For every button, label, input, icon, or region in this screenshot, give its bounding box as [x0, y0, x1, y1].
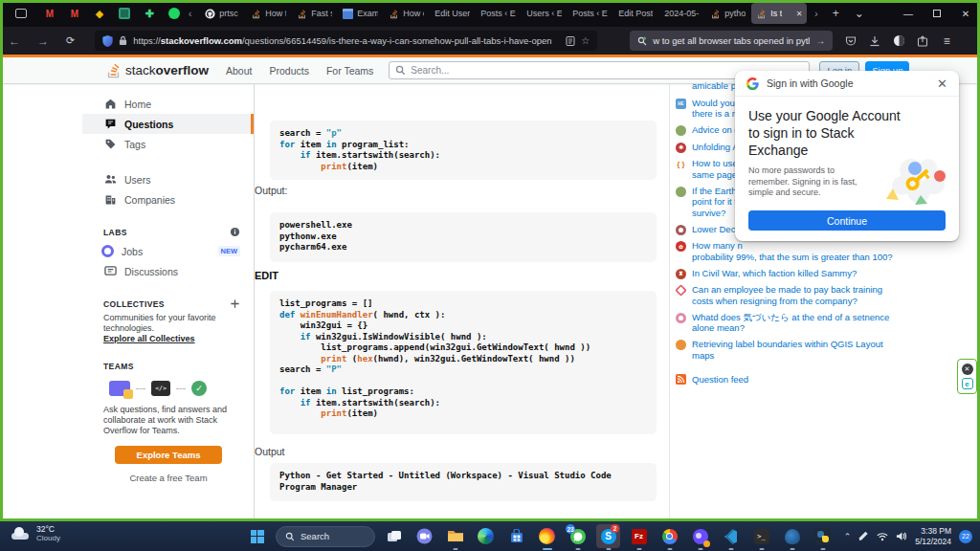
sidebar-item-home[interactable]: Home — [82, 94, 254, 114]
create-team-link[interactable]: Create a free Team — [82, 473, 255, 483]
close-icon[interactable]: ✕ — [937, 77, 947, 91]
browser-tab[interactable]: Exam — [338, 3, 383, 24]
url-text: https://stackoverflow.com/questions/6651… — [133, 35, 560, 46]
explore-collectives-link[interactable]: Explore all Collectives — [103, 334, 195, 343]
task-view-icon[interactable] — [382, 524, 406, 548]
url-bar[interactable]: https://stackoverflow.com/questions/6651… — [95, 31, 597, 51]
maximize-button[interactable] — [923, 0, 951, 27]
browser-tab[interactable]: How c — [384, 3, 429, 24]
scroll-tabs-left-icon[interactable]: ‹ — [182, 9, 198, 19]
browser-tab[interactable]: Posts ‹ Em — [568, 3, 612, 24]
browser-tab[interactable]: How t — [246, 3, 291, 24]
insomnia-app-icon[interactable] — [688, 524, 712, 548]
clock[interactable]: 3:38 PM 5/12/2024 — [915, 526, 951, 546]
tracking-shield-icon[interactable] — [102, 35, 113, 47]
browser-tab[interactable]: Is t✕ — [751, 3, 807, 24]
downloads-icon[interactable] — [866, 33, 883, 50]
start-button[interactable] — [245, 524, 269, 548]
add-collective-icon[interactable] — [230, 298, 240, 309]
wifi-icon[interactable] — [877, 532, 888, 541]
key-illustration — [879, 155, 949, 212]
filezilla-icon[interactable]: Fz — [627, 524, 651, 548]
weather-widget[interactable]: 32°C Cloudy — [10, 524, 60, 542]
show-hidden-icons-chevron[interactable]: ⌃ — [844, 532, 852, 541]
notification-count-badge[interactable]: 22 — [959, 530, 972, 543]
hot-question-link[interactable]: Can an employee be made to pay back trai… — [676, 284, 969, 306]
sidebar-item-discussions[interactable]: Discussions — [82, 261, 254, 281]
reload-button[interactable]: ⟳ — [57, 34, 83, 47]
microsoft-store-icon[interactable] — [504, 524, 528, 548]
bookmark-star-icon[interactable]: ☆ — [581, 35, 590, 46]
sidebar-item-users[interactable]: Users — [82, 169, 254, 189]
sidebar-item-questions[interactable]: Questions — [82, 114, 254, 134]
gmail-pinned-tab-icon[interactable]: M — [67, 6, 82, 21]
tab-close-icon[interactable]: ✕ — [796, 10, 803, 18]
pocket-icon[interactable] — [842, 33, 859, 50]
header-nav-products[interactable]: Products — [269, 65, 308, 77]
dark-reader-icon[interactable] — [890, 33, 907, 50]
hot-question-link[interactable]: ✿How many nprobability 99%, that the sum… — [676, 240, 969, 262]
hot-question-link[interactable]: Whatd does 気づいたら at the end of a setnenc… — [676, 312, 969, 334]
new-tab-button[interactable]: + — [825, 7, 847, 20]
spotify-pinned-tab-icon[interactable] — [167, 6, 182, 21]
tab-strip: prtscHow tFast sExamHow cEdit User APost… — [200, 0, 808, 27]
whatsapp-icon[interactable]: 23 — [566, 524, 590, 548]
minimize-button[interactable]: — — [894, 0, 923, 27]
hot-question-link[interactable]: ♜In Civil War, which faction killed Samm… — [676, 268, 969, 279]
close-icon[interactable]: ✕ — [962, 364, 973, 375]
stackoverflow-logo[interactable]: stackoverflow — [105, 61, 209, 79]
header-nav-about[interactable]: About — [226, 65, 252, 77]
back-button[interactable]: ← — [0, 34, 29, 48]
taskbar-search[interactable]: Search — [276, 526, 375, 547]
explore-teams-button[interactable]: Explore Teams — [115, 446, 222, 464]
reader-mode-icon[interactable] — [566, 36, 575, 46]
gmail-pinned-tab-icon[interactable]: M — [42, 6, 57, 21]
time-text: 3:38 PM — [915, 526, 951, 537]
browser-tab[interactable]: pytho — [705, 3, 750, 24]
hot-question-link[interactable]: Retrieving label boundaries within QGIS … — [676, 339, 969, 361]
terminal-icon[interactable]: >_ — [749, 524, 773, 548]
sidebar-item-companies[interactable]: Companies — [82, 189, 254, 209]
excel-pinned-tab-icon[interactable]: ✚ — [142, 6, 157, 21]
vscode-icon[interactable] — [719, 524, 743, 548]
sidebar-item-tags[interactable]: Tags — [82, 134, 254, 154]
lock-icon[interactable] — [119, 35, 127, 46]
extension-icon[interactable] — [914, 33, 931, 50]
windows-logo-icon — [251, 530, 264, 543]
chrome-icon[interactable] — [657, 524, 681, 548]
close-window-button[interactable]: ✕ — [951, 0, 980, 27]
browser-tab[interactable]: prtsc — [200, 3, 245, 24]
browser-tab[interactable]: Users ‹ Em — [522, 3, 567, 24]
python-icon[interactable] — [811, 524, 835, 548]
info-icon[interactable] — [230, 227, 240, 237]
binance-pinned-tab-icon[interactable]: ◆ — [92, 6, 107, 21]
browser-tab[interactable]: Posts ‹ Em — [476, 3, 521, 24]
quick-search-bar[interactable]: w to get all browser tabs opened in pyth… — [630, 31, 833, 51]
scroll-tabs-right-icon[interactable]: › — [808, 9, 824, 19]
firefox-view-icon[interactable] — [10, 5, 33, 22]
menu-icon[interactable]: ≡ — [938, 33, 955, 50]
skype-icon[interactable]: S 2 — [596, 524, 620, 548]
continue-button[interactable]: Continue — [748, 210, 946, 231]
edge-icon[interactable] — [474, 524, 498, 548]
forward-button[interactable]: → — [29, 34, 57, 48]
pen-status-icon[interactable] — [858, 531, 869, 541]
browser-tab[interactable]: Fast s — [292, 3, 337, 24]
firefox-icon[interactable] — [535, 524, 559, 548]
volume-icon[interactable] — [896, 531, 907, 541]
browser-tab[interactable]: 2024-05-1 — [659, 3, 704, 24]
sidebar-item-jobs[interactable]: Jobs NEW — [82, 241, 254, 261]
file-explorer-icon[interactable] — [443, 524, 467, 548]
chat-icon[interactable] — [412, 524, 436, 548]
code-tile-icon: </> — [151, 381, 170, 396]
list-all-tabs-icon[interactable]: ⌄ — [847, 7, 872, 20]
drop-app-icon[interactable] — [780, 524, 804, 548]
header-nav-for-teams[interactable]: For Teams — [326, 65, 373, 77]
sheets-pinned-tab-icon[interactable] — [117, 6, 132, 21]
search-placeholder: Search... — [411, 65, 449, 76]
extension-e-icon[interactable]: e — [962, 378, 973, 389]
browser-tab[interactable]: Edit User A — [430, 3, 475, 24]
question-feed[interactable]: Question feed — [676, 374, 969, 385]
browser-tab[interactable]: Edit Post — [613, 3, 658, 24]
go-arrow-icon[interactable]: → — [815, 35, 825, 46]
